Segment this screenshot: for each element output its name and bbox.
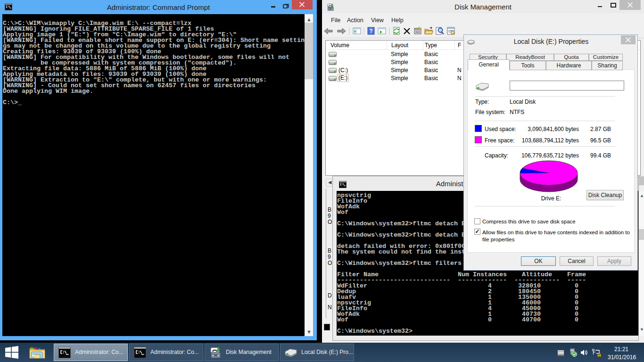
svg-text:?: ? (369, 28, 372, 34)
